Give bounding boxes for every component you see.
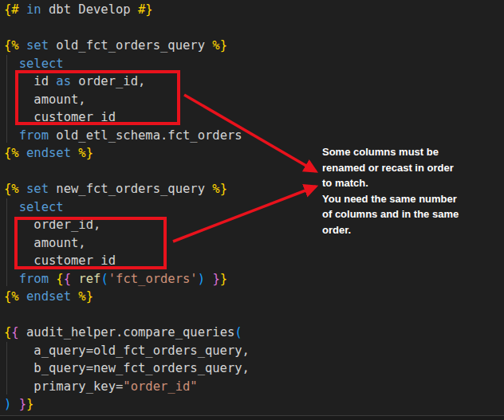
annotation-note-line: You need the same number (322, 191, 490, 207)
code-token: } (26, 397, 33, 411)
annotation-note-line: renamed or recast in order (322, 160, 490, 176)
code-token: set (26, 38, 49, 53)
code-token: b_query=new_fct_orders_query, (4, 361, 250, 375)
code-token: set (26, 182, 49, 196)
code-line[interactable]: ) }} (4, 395, 250, 414)
code-token: ) (4, 397, 11, 411)
code-token: {% (4, 38, 19, 53)
code-token: "order_id" (123, 379, 197, 394)
code-token: old_etl_schema.fct_orders (49, 128, 242, 143)
code-line[interactable] (4, 306, 250, 324)
code-token: select (19, 57, 64, 71)
code-token: {% (4, 182, 19, 196)
annotation-note-line: of columns and in the same (322, 206, 490, 222)
code-token (11, 397, 18, 411)
code-token: {# (4, 2, 19, 17)
code-token: endset (26, 146, 71, 160)
code-line[interactable]: from {{ ref('fct_orders') }} (4, 270, 250, 289)
code-token: select (19, 200, 64, 214)
code-line[interactable]: {# in dbt Develop #} (4, 1, 250, 19)
code-line[interactable]: {% set new_fct_orders_query %} (4, 180, 250, 198)
code-token: %} (78, 289, 93, 304)
code-token: { (11, 325, 18, 340)
code-token (205, 272, 212, 286)
code-token (4, 57, 19, 71)
code-token: %} (212, 38, 227, 53)
code-token (19, 146, 26, 160)
code-token: ( (100, 272, 108, 286)
code-line[interactable]: {% endset %} (4, 144, 250, 163)
code-token: in (26, 2, 41, 17)
code-token: %} (78, 146, 93, 160)
code-token (71, 289, 78, 304)
code-token: primary_key= (4, 379, 123, 394)
code-token: dbt Develop (41, 2, 138, 17)
code-line[interactable]: {% endset %} (4, 288, 250, 306)
editor-pane[interactable]: {# in dbt Develop #}{% set old_fct_order… (4, 1, 250, 414)
code-line[interactable]: primary_key="order_id" (4, 378, 250, 396)
code-line[interactable]: b_query=new_fct_orders_query, (4, 359, 250, 378)
code-token (19, 182, 26, 196)
code-token: { (4, 325, 11, 340)
annotation-note-line: order. (322, 222, 490, 238)
code-token: } (220, 272, 227, 286)
annotation-note: Some columns must be renamed or recast i… (322, 144, 490, 237)
code-token: ref (78, 272, 100, 286)
code-token: } (19, 397, 26, 411)
code-line[interactable]: select (4, 198, 250, 217)
code-token (49, 272, 56, 286)
code-editor-window: {# in dbt Develop #}{% set old_fct_order… (0, 0, 504, 420)
code-token: from (19, 272, 49, 286)
code-token: { (64, 272, 71, 286)
code-token (71, 146, 78, 160)
code-line[interactable]: from old_etl_schema.fct_orders (4, 127, 250, 145)
highlight-box-new-columns (14, 217, 167, 269)
code-token: 'fct_orders' (108, 272, 198, 286)
code-line[interactable]: {{ audit_helper.compare_queries( (4, 324, 250, 342)
code-token (19, 289, 26, 304)
code-token: from (19, 128, 49, 143)
code-token (71, 272, 78, 286)
code-token: ( (234, 325, 242, 340)
code-token: %} (212, 182, 227, 196)
code-line[interactable] (4, 163, 250, 181)
code-token: #} (138, 2, 153, 17)
code-token: audit_helper.compare_queries (19, 325, 235, 340)
code-token: new_fct_orders_query (49, 182, 212, 196)
code-token (4, 200, 19, 214)
code-line[interactable]: {% set old_fct_orders_query %} (4, 37, 250, 55)
code-token (4, 128, 19, 143)
highlight-box-old-columns (15, 70, 180, 125)
code-token: a_query=old_fct_orders_query, (4, 343, 250, 358)
code-token (19, 2, 26, 17)
code-token: {% (4, 289, 19, 304)
code-token (19, 38, 26, 53)
annotation-note-line: to match. (322, 175, 490, 191)
code-token: ) (198, 272, 205, 286)
code-line[interactable] (4, 19, 250, 37)
window-bottom-edge (0, 415, 504, 420)
code-token: { (56, 272, 63, 286)
code-token (4, 272, 19, 286)
code-token: old_fct_orders_query (49, 38, 212, 53)
code-token: {% (4, 146, 19, 160)
code-line[interactable]: a_query=old_fct_orders_query, (4, 342, 250, 360)
code-token: } (212, 272, 219, 286)
annotation-note-line: Some columns must be (322, 144, 490, 160)
code-token: endset (26, 289, 71, 304)
